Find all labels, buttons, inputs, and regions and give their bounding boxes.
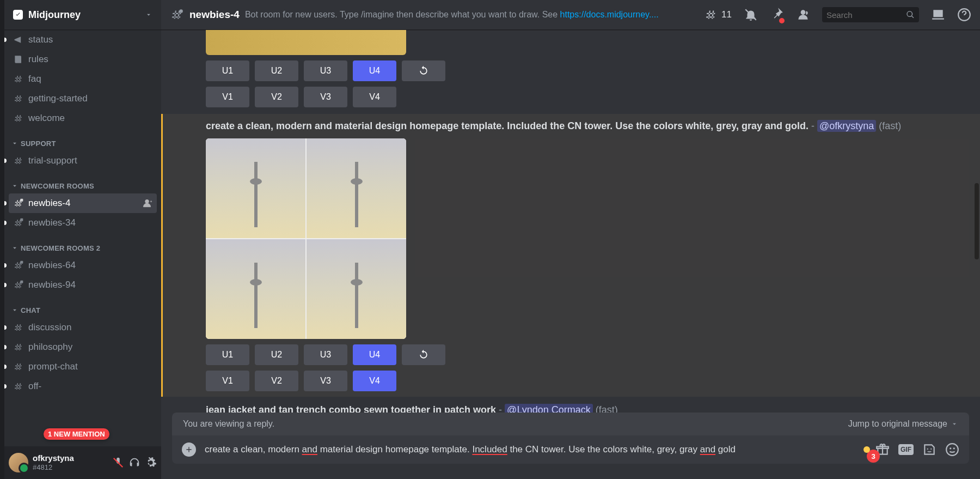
search-input[interactable] bbox=[826, 10, 906, 20]
mj-button-v3[interactable]: V3 bbox=[304, 371, 347, 391]
mj-button-u1[interactable]: U1 bbox=[206, 344, 249, 365]
channel-topic[interactable]: Bot room for new users. Type /imagine th… bbox=[245, 10, 659, 20]
mj-reroll-button[interactable] bbox=[402, 60, 445, 81]
category-header[interactable]: SUPPORT bbox=[9, 136, 157, 151]
avatar[interactable] bbox=[9, 453, 28, 472]
category-header[interactable]: NEWCOMER ROOMS 2 bbox=[9, 240, 157, 256]
mj-button-u4[interactable]: U4 bbox=[353, 344, 396, 365]
channel-status[interactable]: status bbox=[9, 30, 157, 50]
mj-button-v4[interactable]: V4 bbox=[353, 371, 396, 391]
svg-rect-0 bbox=[20, 199, 23, 202]
user-panel: ofkrystyna #4812 bbox=[4, 446, 161, 479]
jump-original-button[interactable]: Jump to original message bbox=[848, 419, 958, 429]
mj-button-u4[interactable]: U4 bbox=[353, 60, 396, 81]
notifications-icon[interactable] bbox=[744, 8, 758, 22]
channel-philosophy[interactable]: philosophy bbox=[9, 337, 157, 357]
mj-button-v1[interactable]: V1 bbox=[206, 371, 249, 391]
members-icon[interactable] bbox=[796, 8, 810, 22]
server-name: Midjourney bbox=[28, 9, 145, 21]
sticker-icon[interactable] bbox=[922, 442, 936, 457]
svg-rect-1 bbox=[20, 219, 23, 221]
add-person-icon[interactable] bbox=[142, 198, 152, 209]
emoji-icon[interactable] bbox=[945, 442, 959, 457]
gif-button[interactable]: GIF bbox=[898, 444, 914, 455]
mj-button-u3[interactable]: U3 bbox=[304, 344, 347, 365]
mention[interactable]: @ofkrystyna bbox=[817, 120, 876, 132]
svg-point-10 bbox=[953, 447, 955, 449]
channel-trial-support[interactable]: trial-support bbox=[9, 151, 157, 171]
mj-button-u2[interactable]: U2 bbox=[255, 60, 298, 81]
svg-point-7 bbox=[930, 448, 932, 450]
user-tag: #4812 bbox=[33, 463, 108, 471]
channel-list: statusrulesfaqgetting-startedwelcomeSUPP… bbox=[4, 30, 161, 446]
mj-button-v1[interactable]: V1 bbox=[206, 87, 249, 107]
settings-icon[interactable] bbox=[145, 457, 157, 469]
message-text: jean jacket and tan trench combo sewn to… bbox=[206, 403, 969, 413]
category-header[interactable]: CHAT bbox=[9, 302, 157, 318]
mj-button-v4[interactable]: V4 bbox=[353, 87, 396, 107]
hash-lock-icon bbox=[170, 8, 184, 22]
inbox-icon[interactable] bbox=[931, 8, 945, 22]
svg-point-6 bbox=[927, 448, 928, 450]
user-name: ofkrystyna bbox=[33, 454, 108, 463]
mj-reroll-button[interactable] bbox=[402, 344, 445, 365]
reply-bar: You are viewing a reply. Jump to origina… bbox=[172, 413, 969, 435]
threads-button[interactable]: 11 bbox=[704, 8, 732, 22]
channel-rules[interactable]: rules bbox=[9, 50, 157, 69]
category-header[interactable]: NEWCOMER ROOMS bbox=[9, 178, 157, 193]
composer-input[interactable]: create a clean, modern and material desi… bbox=[205, 444, 858, 455]
mj-button-v2[interactable]: V2 bbox=[255, 371, 298, 391]
mj-button-v2[interactable]: V2 bbox=[255, 87, 298, 107]
chevron-down-icon bbox=[145, 11, 152, 19]
svg-point-8 bbox=[946, 444, 958, 456]
channel-name: newbies-4 bbox=[189, 9, 240, 21]
mic-muted-icon[interactable] bbox=[112, 457, 124, 469]
verified-icon bbox=[13, 10, 23, 20]
svg-point-4 bbox=[179, 9, 183, 13]
message-highlighted: create a clean, modern and material desi… bbox=[161, 114, 980, 397]
pinned-icon[interactable] bbox=[770, 7, 784, 23]
mention[interactable]: @Lyndon Cormack bbox=[505, 404, 593, 413]
channel-newbies-64[interactable]: newbies-64 bbox=[9, 256, 157, 275]
channel-header: newbies-4 Bot room for new users. Type /… bbox=[161, 0, 980, 30]
message-composer[interactable]: create a clean, modern and material desi… bbox=[172, 435, 969, 464]
channel-newbies-4[interactable]: newbies-4 bbox=[9, 193, 157, 213]
svg-rect-2 bbox=[20, 261, 23, 264]
channel-faq[interactable]: faq bbox=[9, 69, 157, 89]
svg-rect-3 bbox=[20, 281, 23, 283]
channel-discussion[interactable]: discussion bbox=[9, 318, 157, 337]
image-thumbnail[interactable] bbox=[206, 138, 406, 339]
chevron-down-icon bbox=[951, 420, 958, 428]
topic-link[interactable]: https://docs.midjourney.... bbox=[560, 10, 659, 19]
message-text: create a clean, modern and material desi… bbox=[206, 119, 969, 133]
channel-welcome[interactable]: welcome bbox=[9, 108, 157, 128]
mj-button-u1[interactable]: U1 bbox=[206, 60, 249, 81]
message-feed: U1U2U3U4 V1V2V3V4 create a clean, modern… bbox=[161, 30, 980, 413]
image-thumbnail[interactable] bbox=[206, 30, 406, 55]
svg-point-9 bbox=[950, 447, 951, 449]
new-mention-pill[interactable]: 1 NEW MENTION bbox=[44, 428, 109, 440]
channel-newbies-94[interactable]: newbies-94 bbox=[9, 275, 157, 295]
reply-label: You are viewing a reply. bbox=[183, 419, 274, 429]
search-box[interactable] bbox=[822, 7, 919, 22]
channel-newbies-34[interactable]: newbies-34 bbox=[9, 213, 157, 233]
help-icon[interactable] bbox=[957, 8, 971, 22]
mj-button-v3[interactable]: V3 bbox=[304, 87, 347, 107]
channel-off-[interactable]: off- bbox=[9, 377, 157, 396]
server-header[interactable]: Midjourney bbox=[4, 0, 161, 30]
channel-prompt-chat[interactable]: prompt-chat bbox=[9, 357, 157, 377]
mj-button-u3[interactable]: U3 bbox=[304, 60, 347, 81]
attach-button[interactable] bbox=[182, 442, 196, 457]
headphones-icon[interactable] bbox=[128, 457, 140, 469]
channel-getting-started[interactable]: getting-started bbox=[9, 89, 157, 108]
message: jean jacket and tan trench combo sewn to… bbox=[161, 397, 980, 413]
mj-button-u2[interactable]: U2 bbox=[255, 344, 298, 365]
threads-icon bbox=[704, 8, 718, 22]
search-icon bbox=[906, 10, 915, 20]
